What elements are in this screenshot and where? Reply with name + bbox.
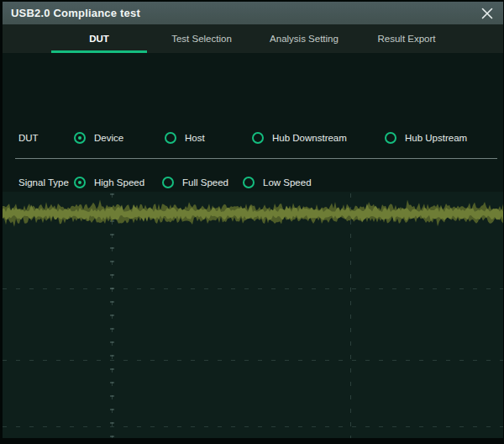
dialog-title: USB2.0 Compliance test — [11, 7, 140, 19]
radio-label-device: Device — [94, 133, 123, 143]
tab-test-selection[interactable]: Test Selection — [150, 24, 253, 53]
radio-icon-low-speed — [243, 177, 255, 188]
row-label-signal-type: Signal Type — [18, 177, 69, 188]
radio-label-low-speed: Low Speed — [263, 177, 312, 188]
radio-label-high-speed: High Speed — [94, 177, 144, 188]
radio-icon-full-speed — [162, 177, 174, 188]
radio-label-host: Host — [185, 133, 205, 143]
radio-option-low-speed[interactable]: Low Speed — [243, 177, 312, 188]
radio-option-device[interactable]: Device — [74, 132, 123, 144]
tab-dut[interactable]: DUT — [48, 24, 150, 53]
radio-option-high-speed[interactable]: High Speed — [74, 177, 144, 188]
radio-option-full-speed[interactable]: Full Speed — [162, 177, 228, 188]
radio-label-hub-downstream: Hub Downstream — [272, 133, 347, 143]
radio-icon-hub-downstream — [252, 132, 264, 144]
tab-bar: DUT Test Selection Analysis Setting Resu… — [3, 24, 503, 53]
tab-analysis-setting[interactable]: Analysis Setting — [253, 24, 355, 53]
radio-icon-high-speed — [74, 177, 86, 188]
radio-icon-host — [165, 132, 176, 144]
graticule-hline-2 — [3, 360, 503, 361]
close-icon — [480, 7, 494, 20]
close-button[interactable] — [476, 4, 498, 22]
usb-compliance-dialog: USB2.0 Compliance test DUT Test Selectio… — [3, 2, 503, 438]
graticule-hline-3 — [3, 426, 503, 427]
radio-option-host[interactable]: Host — [165, 132, 205, 144]
radio-option-hub-downstream[interactable]: Hub Downstream — [252, 132, 347, 144]
radio-icon-hub-upstream — [385, 132, 396, 144]
scope-display-area — [3, 192, 503, 438]
oscilloscope-screen: USB2.0 Compliance test DUT Test Selectio… — [0, 0, 504, 444]
row-label-dut: DUT — [18, 133, 39, 143]
dialog-titlebar: USB2.0 Compliance test — [3, 2, 503, 24]
radio-label-full-speed: Full Speed — [182, 177, 228, 188]
radio-icon-device — [74, 132, 86, 144]
waveform-svg — [3, 192, 503, 246]
radio-label-hub-upstream: Hub Upstream — [405, 133, 467, 143]
dut-settings-form: DUT Device Host Hub Downstream Hub Upstr… — [3, 53, 503, 192]
tab-result-export[interactable]: Result Export — [355, 24, 458, 53]
row-dut: DUT Device Host Hub Downstream Hub Upstr… — [3, 121, 503, 155]
row-divider — [15, 158, 497, 159]
graticule-hline-1 — [3, 288, 503, 289]
radio-option-hub-upstream[interactable]: Hub Upstream — [385, 132, 467, 144]
